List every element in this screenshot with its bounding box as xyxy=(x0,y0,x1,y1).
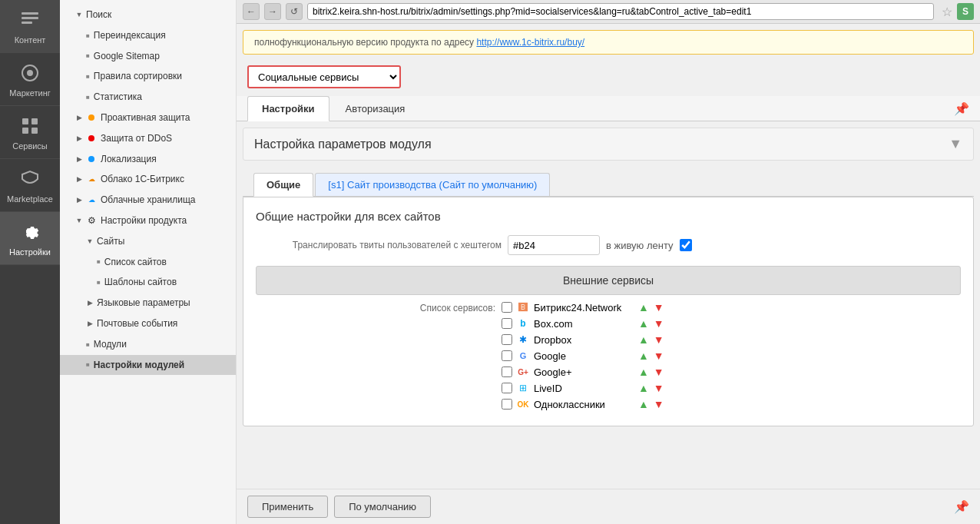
list-item: 🅱 Битрикс24.Network ▲ ▼ xyxy=(502,301,664,313)
section-collapse-icon[interactable]: ▼ xyxy=(949,136,962,152)
move-up-icon[interactable]: ▲ xyxy=(638,317,649,330)
sync-button[interactable]: S xyxy=(957,3,974,20)
service-checkbox-dropbox[interactable] xyxy=(502,334,512,345)
apply-button[interactable]: Применить xyxy=(247,496,328,518)
move-up-icon[interactable]: ▲ xyxy=(638,398,649,410)
move-up-icon[interactable]: ▲ xyxy=(638,333,649,346)
bullet-icon: ■ xyxy=(86,360,90,369)
service-checkbox-bitrix24[interactable] xyxy=(502,302,512,313)
nav-cloud-bitrix[interactable]: ▶ ☁ Облако 1С-Битрикс xyxy=(60,169,236,190)
move-up-icon[interactable]: ▲ xyxy=(638,382,649,394)
tab-settings[interactable]: Настройки xyxy=(247,96,329,121)
google-icon: G xyxy=(517,350,529,362)
settings-content: Общие настройки для всех сайтов Транслир… xyxy=(243,197,974,426)
list-item: G+ Google+ ▲ ▼ xyxy=(502,366,664,378)
move-up-icon[interactable]: ▲ xyxy=(638,366,649,378)
bullet-icon: ■ xyxy=(97,278,101,287)
tweet-suffix: в живую ленту xyxy=(606,240,674,251)
pin-icon: 📌 xyxy=(954,101,969,116)
nav-sites-list[interactable]: ■ Список сайтов xyxy=(60,252,236,273)
nav-statistics-label: Статистика xyxy=(94,91,142,104)
move-up-icon[interactable]: ▲ xyxy=(638,301,649,313)
info-link[interactable]: http://www.1c-bitrix.ru/buy/ xyxy=(476,37,584,48)
move-up-icon[interactable]: ▲ xyxy=(638,350,649,362)
tab-auth[interactable]: Авторизация xyxy=(331,96,420,121)
service-checkbox-google[interactable] xyxy=(502,350,512,361)
arrow-down-icon: ▼ xyxy=(75,11,83,18)
inner-tab-general[interactable]: Общие xyxy=(253,173,313,197)
nav-modules[interactable]: ■ Модули xyxy=(60,334,236,355)
move-down-icon[interactable]: ▼ xyxy=(654,333,664,346)
nav-cloud-storage[interactable]: ▶ ☁ Облачные хранилища xyxy=(60,190,236,211)
forward-button[interactable]: → xyxy=(264,3,281,20)
sidebar-item-marketing[interactable]: Маркетинг xyxy=(0,53,60,106)
sidebar-item-settings[interactable]: Настройки xyxy=(0,212,60,265)
tweet-checkbox[interactable] xyxy=(680,239,692,251)
nav-ddos-label: Защита от DDoS xyxy=(101,132,172,145)
inner-tab-site-s1[interactable]: [s1] Сайт производства (Сайт по умолчани… xyxy=(315,173,550,196)
nav-sites[interactable]: ▼ Сайты xyxy=(60,231,236,252)
url-input[interactable] xyxy=(307,3,934,20)
service-checkbox-box[interactable] xyxy=(502,318,512,329)
sidebar-item-content[interactable]: Контент xyxy=(0,0,60,53)
svg-point-4 xyxy=(27,70,33,76)
svg-rect-7 xyxy=(22,128,28,134)
move-down-icon[interactable]: ▼ xyxy=(654,301,664,313)
nav-lang-params[interactable]: ▶ Языковые параметры xyxy=(60,293,236,313)
nav-reindex[interactable]: ■ Переиндексация xyxy=(60,25,236,46)
nav-ddos[interactable]: ▶ Защита от DDoS xyxy=(60,128,236,149)
marketing-icon xyxy=(18,61,42,85)
move-down-icon[interactable]: ▼ xyxy=(654,398,664,410)
nav-module-settings-label: Настройки модулей xyxy=(94,359,184,372)
nav-sites-templates[interactable]: ■ Шаблоны сайтов xyxy=(60,272,236,293)
nav-sitemap-label: Google Sitemap xyxy=(94,50,160,63)
service-name-liveid: LiveID xyxy=(534,383,634,394)
nav-statistics[interactable]: ■ Статистика xyxy=(60,87,236,108)
browser-bar: ← → ↺ ☆ S xyxy=(237,0,980,24)
move-down-icon[interactable]: ▼ xyxy=(654,317,664,330)
module-select-row: Социальные сервисы xyxy=(237,61,980,96)
bullet-icon: ■ xyxy=(86,72,90,81)
nav-search-label: Поиск xyxy=(86,8,111,22)
section-title: Настройка параметров модуля xyxy=(254,138,432,151)
liveid-icon: ⊞ xyxy=(517,382,529,394)
sidebar-label-settings: Настройки xyxy=(9,247,51,257)
move-down-icon[interactable]: ▼ xyxy=(654,366,664,378)
nav-mail-events[interactable]: ▶ Почтовые события xyxy=(60,313,236,334)
nav-localization-label: Локализация xyxy=(101,153,157,166)
nav-sites-templates-label: Шаблоны сайтов xyxy=(104,276,177,289)
nav-sitemap[interactable]: ■ Google Sitemap xyxy=(60,46,236,67)
nav-module-settings[interactable]: ■ Настройки модулей xyxy=(60,355,236,376)
service-checkbox-ok[interactable] xyxy=(502,399,512,410)
module-select[interactable]: Социальные сервисы xyxy=(247,65,401,88)
nav-localization[interactable]: ▶ Локализация xyxy=(60,149,236,170)
back-button[interactable]: ← xyxy=(243,3,260,20)
ok-icon: OK xyxy=(517,398,529,410)
nav-product-settings[interactable]: ▼ ⚙ Настройки продукта xyxy=(60,211,236,231)
nav-search[interactable]: ▼ Поиск xyxy=(60,5,236,25)
arrow-down-icon: ▼ xyxy=(75,217,83,224)
service-checkbox-googleplus[interactable] xyxy=(502,366,512,377)
svg-rect-5 xyxy=(22,118,28,124)
nav-lang-params-label: Языковые параметры xyxy=(97,297,190,310)
refresh-button[interactable]: ↺ xyxy=(286,3,303,20)
sidebar-item-marketplace[interactable]: Marketplace xyxy=(0,159,60,212)
tweet-hashtag-input[interactable] xyxy=(508,235,600,255)
service-checkbox-liveid[interactable] xyxy=(502,383,512,393)
nav-sort-rules-label: Правила сортировки xyxy=(94,70,182,83)
move-down-icon[interactable]: ▼ xyxy=(654,350,664,362)
arrow-right-icon: ▶ xyxy=(86,320,94,327)
sidebar-item-services[interactable]: Сервисы xyxy=(0,106,60,159)
content-area: ← → ↺ ☆ S полнофункциональную версию про… xyxy=(237,0,980,524)
nav-sort-rules[interactable]: ■ Правила сортировки xyxy=(60,66,236,87)
service-name-dropbox: Dropbox xyxy=(534,334,634,346)
arrow-right-icon: ▶ xyxy=(86,300,94,307)
nav-cloud-storage-label: Облачные хранилища xyxy=(101,194,196,207)
move-down-icon[interactable]: ▼ xyxy=(654,382,664,394)
tweet-label: Транслировать твиты пользователей с хешт… xyxy=(256,240,502,250)
bullet-icon: ■ xyxy=(86,340,90,349)
service-name-bitrix24: Битрикс24.Network xyxy=(534,302,634,313)
nav-proactive[interactable]: ▶ Проактивная защита xyxy=(60,108,236,128)
default-button[interactable]: По умолчанию xyxy=(334,496,431,518)
section-header: Настройка параметров модуля ▼ xyxy=(243,128,974,161)
